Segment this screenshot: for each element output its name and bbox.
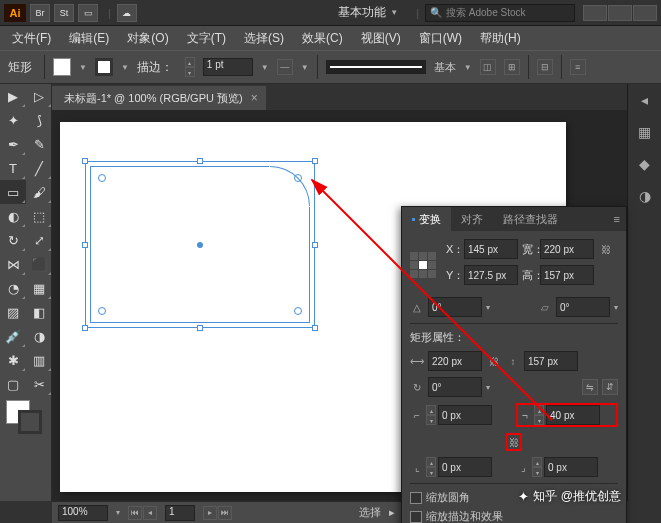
resize-handle[interactable] xyxy=(197,158,203,164)
chevron-down-icon[interactable]: ▼ xyxy=(261,63,269,72)
menu-select[interactable]: 选择(S) xyxy=(236,27,292,50)
gradient-tool[interactable]: ◧ xyxy=(26,300,52,324)
options-icon[interactable]: ≡ xyxy=(570,59,586,75)
opacity-icon[interactable]: ◫ xyxy=(480,59,496,75)
stepper-up[interactable]: ▴ xyxy=(426,405,436,415)
first-page-button[interactable]: ⏮ xyxy=(128,506,142,520)
layers-panel-icon[interactable]: ◑ xyxy=(633,184,657,208)
stepper-down[interactable]: ▾ xyxy=(426,467,436,477)
stepper-down[interactable]: ▾ xyxy=(534,415,544,425)
corner-br-input[interactable]: 0 px xyxy=(544,457,598,477)
stock-icon[interactable]: St xyxy=(54,4,74,22)
pen-tool[interactable]: ✒ xyxy=(0,132,26,156)
fill-swatch[interactable] xyxy=(53,58,71,76)
direct-selection-tool[interactable]: ▷ xyxy=(26,84,52,108)
selection-tool[interactable]: ▶ xyxy=(0,84,26,108)
blend-tool[interactable]: ◑ xyxy=(26,324,52,348)
resize-handle[interactable] xyxy=(82,158,88,164)
rect-height-input[interactable]: 157 px xyxy=(524,351,578,371)
stroke-style-preview[interactable] xyxy=(326,60,426,74)
stepper-up[interactable]: ▴ xyxy=(185,57,195,67)
stepper-down[interactable]: ▾ xyxy=(185,67,195,77)
corner-widget[interactable] xyxy=(98,307,106,315)
arrange-icon[interactable]: ▭ xyxy=(78,4,98,22)
rect-angle-input[interactable]: 0° xyxy=(428,377,482,397)
scale-strokes-checkbox[interactable]: 缩放描边和效果 xyxy=(410,509,618,523)
stepper-up[interactable]: ▴ xyxy=(426,457,436,467)
stroke-swatch[interactable] xyxy=(95,58,113,76)
artboard-tool[interactable]: ▢ xyxy=(0,372,26,396)
corner-widget[interactable] xyxy=(98,174,106,182)
expand-panels-icon[interactable]: ◂ xyxy=(633,88,657,112)
close-button[interactable] xyxy=(633,5,657,21)
stepper-down[interactable]: ▾ xyxy=(426,415,436,425)
resize-handle[interactable] xyxy=(82,325,88,331)
tab-transform[interactable]: 变换 xyxy=(402,207,451,231)
maximize-button[interactable] xyxy=(608,5,632,21)
chevron-down-icon[interactable]: ▼ xyxy=(121,63,129,72)
angle-input[interactable]: 0° xyxy=(428,297,482,317)
tab-pathfinder[interactable]: 路径查找器 xyxy=(493,207,568,231)
last-page-button[interactable]: ⏭ xyxy=(218,506,232,520)
resize-handle[interactable] xyxy=(312,242,318,248)
cloud-icon[interactable]: ☁ xyxy=(117,4,137,22)
stepper-up[interactable]: ▴ xyxy=(534,405,544,415)
stepper-down[interactable]: ▾ xyxy=(532,467,542,477)
shaper-tool[interactable]: ◐ xyxy=(0,204,26,228)
resize-handle[interactable] xyxy=(312,158,318,164)
rect-width-input[interactable]: 220 px xyxy=(428,351,482,371)
y-input[interactable]: 127.5 px xyxy=(464,265,518,285)
search-input[interactable]: 🔍 搜索 Adobe Stock xyxy=(425,4,575,22)
lasso-tool[interactable]: ⟆ xyxy=(26,108,52,132)
reference-point-selector[interactable] xyxy=(410,252,436,278)
recolor-icon[interactable]: ⊞ xyxy=(504,59,520,75)
fill-stroke-indicator[interactable] xyxy=(0,396,51,436)
column-graph-tool[interactable]: ▥ xyxy=(26,348,52,372)
curvature-tool[interactable]: ✎ xyxy=(26,132,52,156)
brush-def-icon[interactable]: — xyxy=(277,59,293,75)
chevron-down-icon[interactable]: ▾ xyxy=(614,303,618,312)
resize-handle[interactable] xyxy=(197,325,203,331)
corner-bl-input[interactable]: 0 px xyxy=(438,457,492,477)
chevron-down-icon[interactable]: ▼ xyxy=(79,63,87,72)
panel-menu-icon[interactable]: ≡ xyxy=(608,213,626,225)
prev-page-button[interactable]: ◂ xyxy=(143,506,157,520)
symbol-sprayer-tool[interactable]: ✱ xyxy=(0,348,26,372)
eyedropper-tool[interactable]: 💉 xyxy=(0,324,26,348)
artboard-number-input[interactable]: 1 xyxy=(165,505,195,521)
shape-builder-tool[interactable]: ◔ xyxy=(0,276,26,300)
paintbrush-tool[interactable]: 🖌 xyxy=(26,180,52,204)
stroke-color-icon[interactable] xyxy=(18,410,42,434)
workspace-dropdown[interactable]: 基本功能 ▼ xyxy=(338,4,398,21)
width-input[interactable]: 220 px xyxy=(540,239,594,259)
menu-help[interactable]: 帮助(H) xyxy=(472,27,529,50)
mesh-tool[interactable]: ▨ xyxy=(0,300,26,324)
tab-align[interactable]: 对齐 xyxy=(451,207,493,231)
menu-file[interactable]: 文件(F) xyxy=(4,27,59,50)
resize-handle[interactable] xyxy=(82,242,88,248)
scale-tool[interactable]: ⤢ xyxy=(26,228,52,252)
eraser-tool[interactable]: ⬚ xyxy=(26,204,52,228)
link-icon[interactable]: ⛓ xyxy=(486,352,502,370)
menu-object[interactable]: 对象(O) xyxy=(119,27,176,50)
chevron-down-icon[interactable]: ▾ xyxy=(486,303,490,312)
menu-edit[interactable]: 编辑(E) xyxy=(61,27,117,50)
next-page-button[interactable]: ▸ xyxy=(203,506,217,520)
chevron-down-icon[interactable]: ▾ xyxy=(486,383,490,392)
flip-h-icon[interactable]: ⇋ xyxy=(582,379,598,395)
slice-tool[interactable]: ✂ xyxy=(26,372,52,396)
height-input[interactable]: 157 px xyxy=(540,265,594,285)
libraries-panel-icon[interactable]: ◆ xyxy=(633,152,657,176)
corner-tl-input[interactable]: 0 px xyxy=(438,405,492,425)
properties-panel-icon[interactable]: ▦ xyxy=(633,120,657,144)
resize-handle[interactable] xyxy=(312,325,318,331)
document-tab[interactable]: 未标题-1* @ 100% (RGB/GPU 预览) × xyxy=(52,86,266,110)
menu-window[interactable]: 窗口(W) xyxy=(411,27,470,50)
corner-widget[interactable] xyxy=(294,174,302,182)
width-tool[interactable]: ⋈ xyxy=(0,252,26,276)
align-icon[interactable]: ⊟ xyxy=(537,59,553,75)
line-tool[interactable]: ╱ xyxy=(26,156,52,180)
corner-widget[interactable] xyxy=(294,307,302,315)
status-menu-icon[interactable]: ▸ xyxy=(389,506,395,519)
rotate-tool[interactable]: ↻ xyxy=(0,228,26,252)
